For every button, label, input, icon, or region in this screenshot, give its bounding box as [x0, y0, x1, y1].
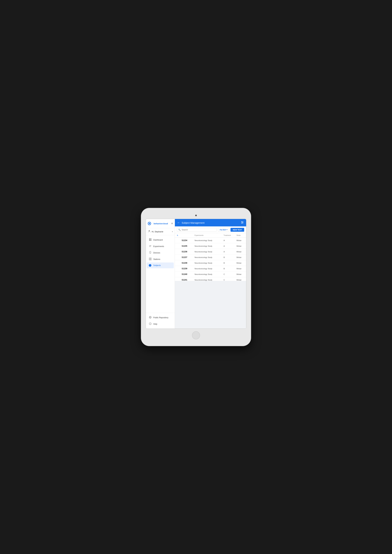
table-row[interactable]: S1237 Neurotoxicology Study B Wistar Mal…	[175, 255, 246, 260]
sidebar-item-label-public-repo: Public Repository	[153, 317, 168, 319]
svg-point-25	[242, 222, 243, 223]
row-treatment: B	[224, 262, 237, 264]
row-subject-id: S1235	[182, 245, 195, 247]
svg-point-2	[149, 230, 150, 231]
svg-rect-5	[149, 240, 150, 241]
col-strain: Strain	[237, 235, 246, 236]
experiments-icon	[149, 245, 152, 248]
row-subject-id: S1238	[182, 262, 195, 264]
search-input[interactable]	[182, 229, 215, 231]
new-test-button[interactable]: NEW TEST	[231, 228, 244, 232]
globe-icon	[149, 316, 152, 319]
stations-icon	[149, 258, 152, 261]
svg-point-11	[150, 253, 150, 253]
row-treatment: B	[224, 256, 237, 258]
empty-content-area	[175, 281, 246, 329]
table-row[interactable]: S1238 Neurotoxicology Study B Wistar Mal…	[175, 260, 246, 266]
user-row[interactable]: Hi, Stephanie ▾	[146, 228, 175, 235]
hamburger-icon[interactable]: ≡	[171, 222, 173, 225]
toolbar: 🔍 FILTER ▾ NEW TEST	[175, 226, 246, 233]
svg-rect-6	[150, 240, 151, 241]
sidebar-item-experiments[interactable]: Experiments	[147, 243, 174, 249]
main-content: ← Subject Management 🔍 FILTER ▾	[175, 219, 246, 329]
table-rows: S1234 Neurotoxicology Study A Wistar Mal…	[175, 238, 246, 281]
filter-chevron-icon: ▾	[226, 229, 227, 231]
sidebar-item-label-subjects: Subjects	[153, 264, 161, 267]
dashboard-icon	[149, 238, 152, 241]
row-subject-id: S1239	[182, 268, 195, 270]
sidebar-item-devices[interactable]: Devices	[147, 249, 174, 256]
adjust-icon[interactable]	[241, 221, 244, 225]
tablet-screen: behaviorcloud ≡ Hi, Stephanie ▾	[146, 219, 246, 329]
sidebar-item-dashboard[interactable]: Dashboard	[147, 237, 174, 243]
home-button[interactable]	[192, 331, 200, 339]
user-name: Hi, Stephanie	[152, 231, 171, 233]
sidebar-item-help[interactable]: ? Help	[147, 321, 174, 327]
svg-rect-14	[149, 259, 150, 260]
user-avatar-icon	[148, 230, 151, 234]
row-strain: Wistar	[237, 279, 246, 281]
sort-icon[interactable]: ⇅	[177, 235, 182, 236]
row-experiment: Neurotoxicology Study	[195, 273, 224, 275]
row-subject-id: S1237	[182, 256, 195, 258]
row-experiment: Neurotoxicology Study	[195, 268, 224, 270]
row-strain: Wistar	[237, 239, 246, 241]
svg-rect-15	[150, 259, 151, 260]
chevron-down-icon: ▾	[172, 231, 173, 233]
row-subject-id: S1240	[182, 273, 195, 275]
row-strain: Wistar	[237, 268, 246, 270]
svg-point-24	[241, 221, 242, 222]
row-experiment: Neurotoxicology Study	[195, 262, 224, 264]
table-row[interactable]: S1235 Neurotoxicology Study A Wistar Mal…	[175, 243, 246, 249]
row-treatment: B	[224, 268, 237, 270]
back-button[interactable]: ←	[177, 221, 180, 224]
svg-rect-13	[150, 258, 151, 259]
filter-button[interactable]: FILTER ▾	[218, 228, 229, 232]
sidebar-item-subjects[interactable]: Subjects	[147, 263, 174, 268]
sidebar-header: behaviorcloud ≡	[146, 219, 175, 228]
sidebar: behaviorcloud ≡ Hi, Stephanie ▾	[146, 219, 175, 329]
table-row[interactable]: S1234 Neurotoxicology Study A Wistar Mal…	[175, 238, 246, 243]
row-treatment: A	[224, 239, 237, 241]
row-treatment: A	[224, 251, 237, 253]
sidebar-item-label-dashboard: Dashboard	[153, 239, 163, 241]
svg-rect-3	[149, 238, 150, 239]
sidebar-bottom: Public Repository ? Help	[146, 313, 175, 329]
sidebar-item-label-stations: Stations	[153, 258, 160, 260]
help-icon: ?	[149, 322, 152, 325]
app-logo	[148, 221, 152, 226]
search-wrapper[interactable]: 🔍	[177, 228, 217, 232]
table-row[interactable]: S1239 Neurotoxicology Study B Wistar Mal…	[175, 266, 246, 271]
row-experiment: Neurotoxicology Study	[195, 239, 224, 241]
col-experiments: Experiments	[195, 235, 224, 236]
top-bar: ← Subject Management	[175, 219, 246, 226]
row-experiment: Neurotoxicology Study	[195, 245, 224, 247]
sidebar-item-label-devices: Devices	[153, 252, 160, 254]
app-container: behaviorcloud ≡ Hi, Stephanie ▾	[146, 219, 246, 329]
col-treatment: Treatment	[224, 235, 237, 236]
table-row[interactable]: S1241 Neurotoxicology Study C Wistar Mal…	[175, 277, 246, 281]
row-treatment: C	[224, 279, 237, 281]
svg-rect-4	[150, 238, 151, 239]
row-strain: Wistar	[237, 273, 246, 275]
table-row[interactable]: S1236 Neurotoxicology Study A Wistar Mal…	[175, 249, 246, 255]
row-strain: Wistar	[237, 256, 246, 258]
table-container: ⇅ Experiments Treatment Strain Sex Trial…	[175, 233, 246, 281]
brand-name: behaviorcloud	[154, 222, 168, 225]
row-strain: Wistar	[237, 251, 246, 253]
row-strain: Wistar	[237, 245, 246, 247]
row-subject-id: S1236	[182, 250, 195, 253]
subjects-icon	[149, 264, 152, 267]
row-experiment: Neurotoxicology Study	[195, 251, 224, 253]
svg-rect-12	[149, 258, 150, 259]
table-row[interactable]: S1240 Neurotoxicology Study C Wistar Mal…	[175, 271, 246, 277]
sidebar-item-label-help: Help	[153, 323, 157, 325]
svg-point-26	[242, 223, 242, 223]
sidebar-item-stations[interactable]: Stations	[147, 256, 174, 262]
nav-items: Dashboard Experiments Devices	[146, 235, 175, 313]
sidebar-item-public-repo[interactable]: Public Repository	[147, 314, 174, 321]
devices-icon	[149, 251, 152, 254]
search-icon: 🔍	[178, 229, 181, 231]
row-treatment: A	[224, 245, 237, 247]
row-experiment: Neurotoxicology Study	[195, 256, 224, 258]
